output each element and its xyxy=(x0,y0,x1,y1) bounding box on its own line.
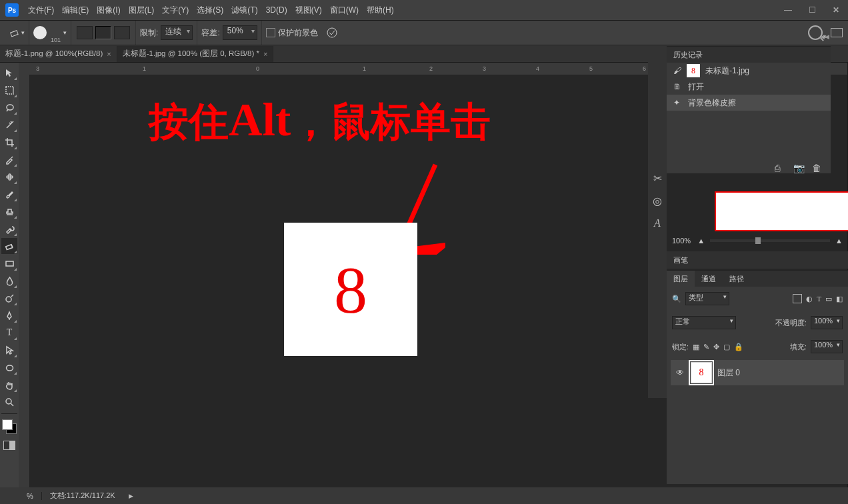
eyedropper-tool[interactable] xyxy=(1,151,17,167)
filter-pixel-icon[interactable] xyxy=(793,294,802,303)
history-state-selected[interactable]: ✦ 背景色橡皮擦 xyxy=(667,95,831,111)
pen-tool[interactable] xyxy=(1,307,17,323)
minimize-button[interactable]: — xyxy=(776,2,800,18)
right-panels: ✂ ◎ A ◀◀ × 历史记录 🖌 8 未标题-1.jpg 🗎 打开 ✦ 背景色… xyxy=(667,46,848,489)
quickmask-toggle[interactable] xyxy=(1,437,17,453)
lock-all-icon[interactable]: 🔒 xyxy=(734,343,743,351)
lock-position-icon[interactable]: ✥ xyxy=(713,343,719,351)
dodge-tool[interactable] xyxy=(1,290,17,306)
tab-close-icon[interactable]: × xyxy=(263,50,267,58)
close-button[interactable]: ✕ xyxy=(824,2,848,18)
gradient-tool[interactable] xyxy=(1,255,17,271)
stamp-tool[interactable] xyxy=(1,203,17,219)
opacity-input[interactable]: 100% xyxy=(811,316,843,329)
svg-rect-5 xyxy=(9,174,11,180)
magic-wand-tool[interactable] xyxy=(1,117,17,133)
pressure-icon[interactable] xyxy=(326,27,338,39)
menu-select[interactable]: 选择(S) xyxy=(193,0,227,20)
menu-filter[interactable]: 滤镜(T) xyxy=(227,0,261,20)
filter-shape-icon[interactable]: ▭ xyxy=(825,295,832,303)
trash-icon[interactable]: 🗑 xyxy=(812,163,821,172)
camera-icon[interactable]: 📷 xyxy=(793,163,803,172)
zoom-tool[interactable] xyxy=(1,394,17,410)
sampling-continuous-toggle[interactable] xyxy=(77,26,93,39)
tolerance-input[interactable]: 50% xyxy=(223,25,257,40)
menu-file[interactable]: 文件(F) xyxy=(24,0,58,20)
layer-name[interactable]: 图层 0 xyxy=(717,367,740,379)
history-state[interactable]: 🗎 打开 xyxy=(667,79,831,95)
menu-view[interactable]: 视图(V) xyxy=(291,0,326,20)
document-tab-active[interactable]: 未标题-1.jpg @ 100% (图层 0, RGB/8) * × xyxy=(117,46,274,62)
document-canvas[interactable]: 8 xyxy=(284,223,417,356)
zoom-out-icon[interactable]: ▲ xyxy=(697,237,705,245)
zoom-value[interactable]: 100% xyxy=(672,237,691,245)
eraser-tool[interactable] xyxy=(1,238,17,254)
menu-type[interactable]: 文字(Y) xyxy=(158,0,193,20)
document-tab[interactable]: 标题-1.png @ 100%(RGB/8) × xyxy=(0,46,117,62)
tab-layers[interactable]: 图层 xyxy=(667,271,695,287)
menu-help[interactable]: 帮助(H) xyxy=(363,0,398,20)
menu-image[interactable]: 图像(I) xyxy=(93,0,124,20)
blur-tool[interactable] xyxy=(1,273,17,289)
eraser-icon xyxy=(9,27,20,38)
layer-item[interactable]: 👁 8 图层 0 xyxy=(671,360,844,385)
blend-mode-dropdown[interactable]: 正常 xyxy=(672,316,736,329)
tab-close-icon[interactable]: × xyxy=(107,50,111,58)
color-swatches[interactable] xyxy=(2,419,17,434)
workspace-icon[interactable] xyxy=(831,28,843,37)
character-icon[interactable]: A xyxy=(651,217,664,230)
lock-artboard-icon[interactable]: ▢ xyxy=(723,343,730,351)
brush-tool[interactable] xyxy=(1,186,17,202)
filter-type-icon[interactable]: T xyxy=(817,295,821,303)
history-panel-tab[interactable]: 历史记录 xyxy=(667,47,831,63)
zoom-in-icon[interactable]: ▲ xyxy=(835,237,843,245)
shape-tool[interactable] xyxy=(1,359,17,375)
tool-preset[interactable]: ▾ xyxy=(5,21,29,45)
protect-foreground-checkbox[interactable] xyxy=(266,28,275,37)
limit-dropdown[interactable]: 连续 xyxy=(161,25,193,40)
sampling-once-toggle[interactable] xyxy=(95,26,111,39)
visibility-toggle[interactable]: 👁 xyxy=(676,368,684,377)
filter-smart-icon[interactable]: ◧ xyxy=(836,295,843,303)
lasso-tool[interactable] xyxy=(1,99,17,115)
path-select-tool[interactable] xyxy=(1,342,17,358)
filter-adjust-icon[interactable]: ◐ xyxy=(806,295,813,303)
lock-pixels-icon[interactable]: ▦ xyxy=(693,343,699,351)
menu-3d[interactable]: 3D(D) xyxy=(262,0,291,20)
heal-tool[interactable] xyxy=(1,169,17,185)
menu-edit[interactable]: 编辑(E) xyxy=(58,0,93,20)
tab-paths[interactable]: 路径 xyxy=(723,271,751,287)
maximize-button[interactable]: ☐ xyxy=(800,2,824,18)
layer-thumbnail[interactable]: 8 xyxy=(691,362,712,383)
svg-rect-7 xyxy=(6,261,13,266)
ruler-tick: 1 xyxy=(363,65,366,72)
foreground-swatch[interactable] xyxy=(2,419,13,430)
fill-input[interactable]: 100% xyxy=(811,340,843,353)
hand-tool[interactable] xyxy=(1,377,17,393)
new-from-state-icon[interactable]: ⎙ xyxy=(775,163,784,172)
move-tool[interactable] xyxy=(1,65,17,81)
adjust-icon[interactable]: ✂ xyxy=(651,171,664,185)
type-tool[interactable]: T xyxy=(1,325,17,341)
zoom-field[interactable]: % xyxy=(19,492,42,500)
zoom-slider-knob[interactable] xyxy=(755,237,761,244)
status-arrow-icon[interactable]: ▶ xyxy=(127,492,135,500)
zoom-slider[interactable] xyxy=(710,239,830,242)
cc-icon[interactable]: ◎ xyxy=(651,194,664,207)
history-source[interactable]: 🖌 8 未标题-1.jpg xyxy=(667,63,831,79)
history-brush-tool[interactable] xyxy=(1,221,17,237)
brushes-panel-tab[interactable]: 画笔 xyxy=(667,251,848,269)
navigator-thumbnail[interactable] xyxy=(715,191,848,231)
panel-close-icon[interactable]: × xyxy=(823,33,827,40)
brush-preset[interactable]: 101 ▾ xyxy=(29,21,71,45)
menu-window[interactable]: 窗口(W) xyxy=(326,0,363,20)
doc-size[interactable]: 文档:117.2K/117.2K xyxy=(42,491,123,501)
lock-brush-icon[interactable]: ✎ xyxy=(703,343,709,351)
layer-filter-dropdown[interactable]: 类型 xyxy=(685,292,729,305)
sampling-swatch-toggle[interactable] xyxy=(114,26,130,39)
marquee-tool[interactable] xyxy=(1,82,17,98)
ruler-vertical[interactable] xyxy=(19,63,30,489)
menu-layer[interactable]: 图层(L) xyxy=(125,0,159,20)
tab-channels[interactable]: 通道 xyxy=(695,271,723,287)
crop-tool[interactable] xyxy=(1,134,17,150)
